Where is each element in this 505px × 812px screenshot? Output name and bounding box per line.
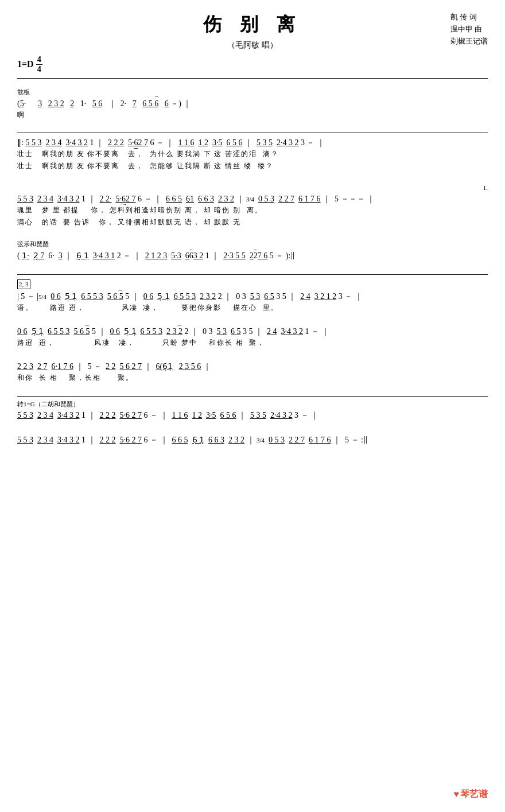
section-23: 2, 3 | 5 － |5/4 0 6 5̣ 1̣ 6 5 5 3 5 6 5⌒… [17, 278, 488, 313]
trans-label: 转1=G（二胡和琵琶） [17, 400, 488, 409]
lyrics-6: 路迢 迢， 风凄 凄， 只盼 梦中 和你长 相 聚， [17, 338, 488, 348]
subtitle: （毛阿敏 唱） [17, 40, 488, 51]
notation-6: 0 6 5̣ 1̣ 6 5 5 3 5 6 5⌒ 5 ｜ 0 6 5̣ 1̣ 6… [17, 325, 488, 337]
watermark-heart-icon: ♥ [454, 788, 460, 801]
volta-23: 2, 3 [17, 279, 30, 289]
watermark-text: 琴艺谱 [460, 788, 488, 801]
section-6: 0 6 5̣ 1̣ 6 5 5 3 5 6 5⌒ 5 ｜ 0 6 5̣ 1̣ 6… [17, 325, 488, 348]
lyrics-23: 语。 路迢 迢， 风凄 凄， 要把你身影 描在心 里。 [17, 303, 488, 313]
section-2: ‖: 5 5 3 2 3 4 3·4 3 2 1 ｜ 2 2 2 5·62 7 … [17, 137, 488, 172]
notation-23: | 5 － |5/4 0 6 5̣ 1̣ 6 5 5 3 5 6 5⌒ 5 ｜ … [17, 290, 488, 302]
full-score: 散板 (5· 3 2 3 2 2 1· 5 6 ｜ 2· 7 6 5 6⌒ 6 … [17, 82, 488, 464]
time-signature: 4 4 [36, 55, 42, 73]
notation-9: 5 5 3 2 3 4 3·4 3 2 1 ｜ 2 2 2 5·6 2 7 6 … [17, 434, 488, 446]
strings-label: 弦乐和琵琶 [17, 240, 488, 248]
credits: 凯 传 词 温中甲 曲 剁椒王记谱 [450, 11, 488, 47]
divider-1 [17, 133, 488, 133]
main-title: 伤 别 离 [17, 11, 488, 37]
page-container: 伤 别 离 凯 传 词 温中甲 曲 剁椒王记谱 （毛阿敏 唱） 1=D 4 4 … [17, 11, 488, 464]
title-area: 伤 别 离 凯 传 词 温中甲 曲 剁椒王记谱 （毛阿敏 唱） [17, 11, 488, 50]
key-signature-area: 1=D 4 4 [17, 55, 488, 73]
composer-credit: 温中甲 曲 [450, 24, 488, 36]
divider-2 [17, 274, 488, 275]
section-3: 1. 5 5 3 2 3 4 3·4 3 2 1 ｜ 2 2· 5·62 7 6… [17, 184, 488, 227]
lyrics-2b: 壮士 啊我的朋 友 你不要离 去， 怎能够 让我隔 断 这 情丝 缕 缕？ [17, 161, 488, 171]
watermark: ♥ 琴艺谱 [454, 788, 488, 801]
lyrics-3b: 满心 的话 要 告诉 你， 又徘徊相却默默无 语， 却 默默 无 [17, 217, 488, 227]
lyrics-sanban: 啊 [17, 110, 488, 120]
section-7: 2 2 3 2 7 6·1 7 6 ｜ 5 － 2 2 5 6 2 7 ｜ 6(… [17, 360, 488, 383]
divider-3 [17, 396, 488, 397]
lyrics-2a: 壮士 啊我的朋 友 你不要离 去， 为什么 要我淌 下 这 苦涩的泪 滴？ [17, 149, 488, 159]
top-divider [17, 78, 488, 79]
lyrics-7: 和你 长 相 聚，长相 聚。 [17, 373, 488, 383]
section-strings: 弦乐和琵琶 ( 1̣· 2̣ 7 6· 3 ｜ 6̣ 1̣ 3·4 3 1 2 … [17, 240, 488, 261]
lyrics-3a: 魂里 梦 里 都提 你， 怎料到相逢却暗伤别 离， 却 暗伤 别 离。 [17, 205, 488, 215]
section-9: 5 5 3 2 3 4 3·4 3 2 1 ｜ 2 2 2 5·6 2 7 6 … [17, 434, 488, 446]
section-sanban: 散板 (5· 3 2 3 2 2 1· 5 6 ｜ 2· 7 6 5 6⌒ 6 … [17, 88, 488, 120]
notation-trans: 5 5 3 2 3 4 3·4 3 2 1 ｜ 2 2 2 5·6 2 7 6 … [17, 409, 488, 421]
notation-strings: ( 1̣· 2̣ 7 6· 3 ｜ 6̣ 1̣ 3·4 3 1 2 － ｜ 2 … [17, 250, 488, 262]
notation-2: ‖: 5 5 3 2 3 4 3·4 3 2 1 ｜ 2 2 2 5·62 7 … [17, 137, 488, 149]
notation-7: 2 2 3 2 7 6·1 7 6 ｜ 5 － 2 2 5 6 2 7 ｜ 6(… [17, 360, 488, 372]
notation-3: 5 5 3 2 3 4 3·4 3 2 1 ｜ 2 2· 5·62 7 6 － … [17, 193, 488, 205]
repeat-marker-1: 1. [483, 184, 488, 192]
section-label-sanban: 散板 [17, 88, 488, 96]
key-signature: 1=D [17, 58, 34, 71]
lyricist-credit: 凯 传 词 [450, 11, 488, 24]
notation-credit: 剁椒王记谱 [450, 36, 488, 48]
notation-sanban: (5· 3 2 3 2 2 1· 5 6 ｜ 2· 7 6 5 6⌒ 6 －) … [17, 98, 488, 110]
section-trans: 转1=G（二胡和琵琶） 5 5 3 2 3 4 3·4 3 2 1 ｜ 2 2 … [17, 400, 488, 421]
